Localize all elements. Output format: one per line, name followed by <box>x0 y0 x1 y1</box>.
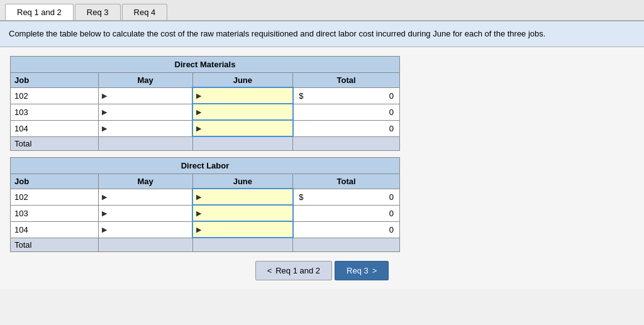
dm-col-total: Total <box>293 72 400 87</box>
dm-row-1-total: 0 <box>293 104 400 120</box>
dm-row-2-total: 0 <box>293 120 400 136</box>
instructions-text: Complete the table below to calculate th… <box>9 29 545 38</box>
dl-row-0-june-input[interactable] <box>203 192 290 202</box>
nav-buttons: < Req 1 and 2 Req 3 > <box>10 261 634 280</box>
dm-row-3-june[interactable] <box>192 136 293 150</box>
dl-row-1-june-input[interactable] <box>203 208 290 219</box>
dm-row-1-job: 103 <box>11 104 99 120</box>
dm-row-0-may[interactable]: ▶ <box>98 87 192 104</box>
prev-label: Req 1 and 2 <box>275 266 320 275</box>
prev-icon: < <box>267 266 272 275</box>
dm-row-2-may-input[interactable] <box>108 123 189 134</box>
tab-req3[interactable]: Req 3 <box>75 4 121 20</box>
dm-row-2-june-input[interactable] <box>203 123 290 134</box>
dm-row-1-june[interactable]: ▶ <box>192 104 293 120</box>
dm-row-2-may[interactable]: ▶ <box>98 120 192 136</box>
dl-row-2-job: 104 <box>11 221 99 238</box>
dl-row-2-may[interactable]: ▶ <box>98 221 192 238</box>
dm-col-job: Job <box>11 72 99 87</box>
dl-row-3-june[interactable] <box>192 238 293 251</box>
dm-row-3-may[interactable] <box>98 136 192 150</box>
dl-row-3-may[interactable] <box>98 238 192 251</box>
dm-row-1-may[interactable]: ▶ <box>98 104 192 120</box>
dl-row-0-may-input[interactable] <box>108 192 189 202</box>
dm-row-2-total-value: 0 <box>389 124 394 133</box>
dl-row-2-total-value: 0 <box>389 225 394 234</box>
dl-row-2-may-input[interactable] <box>108 224 189 235</box>
dl-row-2-june-input[interactable] <box>203 224 290 235</box>
direct-labor-table: Direct Labor Job May June Total 102▶▶$01… <box>10 157 400 252</box>
dm-row-0-may-input[interactable] <box>108 91 189 101</box>
dl-row-0-june[interactable]: ▶ <box>192 189 293 205</box>
next-icon: > <box>372 266 377 275</box>
dm-row-0-total: $0 <box>293 87 400 104</box>
dl-row-1-may[interactable]: ▶ <box>98 205 192 221</box>
dl-row-3-job: Total <box>11 238 99 251</box>
dm-row-0-job: 102 <box>11 87 99 104</box>
next-button[interactable]: Req 3 > <box>335 261 389 280</box>
dl-row-0-may[interactable]: ▶ <box>98 189 192 205</box>
dm-col-may: May <box>98 72 192 87</box>
direct-materials-table: Direct Materials Job May June Total 102▶… <box>10 56 400 151</box>
tabs-bar: Req 1 and 2 Req 3 Req 4 <box>0 0 644 21</box>
dl-col-job: Job <box>11 174 99 189</box>
dm-row-2-june[interactable]: ▶ <box>192 120 293 136</box>
prev-button[interactable]: < Req 1 and 2 <box>255 261 332 280</box>
next-label: Req 3 <box>347 266 369 275</box>
dl-row-3-total <box>293 238 400 251</box>
dl-row-2-june[interactable]: ▶ <box>192 221 293 238</box>
dm-col-june: June <box>192 72 293 87</box>
dm-row-0-june-input[interactable] <box>203 91 290 101</box>
dl-row-0-job: 102 <box>11 189 99 205</box>
dm-row-2-job: 104 <box>11 120 99 136</box>
dl-col-total: Total <box>293 174 400 189</box>
dl-row-1-total: 0 <box>293 205 400 221</box>
dl-row-0-total-value: 0 <box>389 192 394 202</box>
dl-section-header: Direct Labor <box>11 157 400 174</box>
dm-section-header: Direct Materials <box>11 56 400 72</box>
dm-row-0-dollar: $ <box>299 91 303 101</box>
dm-row-1-total-value: 0 <box>389 107 394 117</box>
dm-row-0-total-value: 0 <box>389 91 394 101</box>
dm-row-3-job: Total <box>11 136 99 150</box>
dl-row-0-dollar: $ <box>299 192 303 202</box>
dl-row-1-june[interactable]: ▶ <box>192 205 293 221</box>
dl-row-1-total-value: 0 <box>389 209 394 218</box>
dl-row-1-job: 103 <box>11 205 99 221</box>
dm-row-1-may-input[interactable] <box>108 107 189 118</box>
dl-col-june: June <box>192 174 293 189</box>
dm-row-0-june[interactable]: ▶ <box>192 87 293 104</box>
dl-row-0-total: $0 <box>293 189 400 205</box>
content-area: Direct Materials Job May June Total 102▶… <box>0 47 644 289</box>
instructions: Complete the table below to calculate th… <box>0 21 644 47</box>
dl-col-may: May <box>98 174 192 189</box>
dm-row-1-june-input[interactable] <box>203 107 290 118</box>
dm-row-3-total <box>293 136 400 150</box>
tab-req1and2[interactable]: Req 1 and 2 <box>5 4 74 20</box>
dl-row-1-may-input[interactable] <box>108 208 189 219</box>
dl-row-2-total: 0 <box>293 221 400 238</box>
tab-req4[interactable]: Req 4 <box>122 4 168 20</box>
